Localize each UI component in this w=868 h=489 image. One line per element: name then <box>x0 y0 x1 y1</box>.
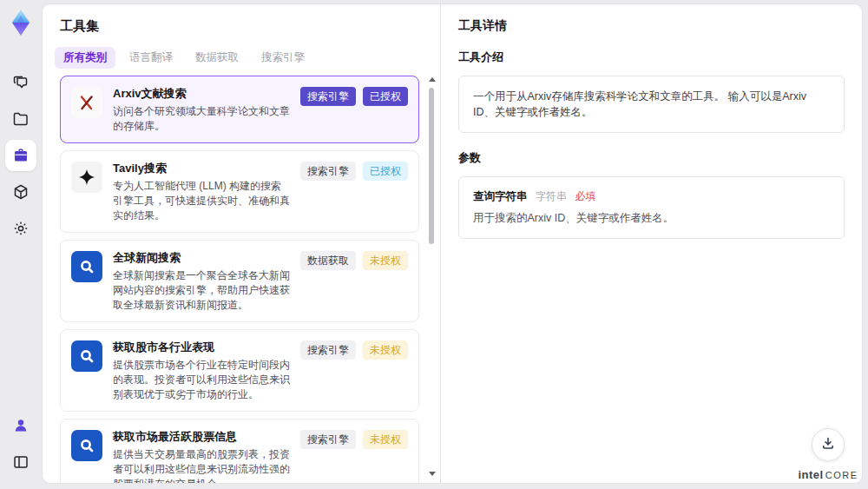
tool-description: 提供股票市场各个行业在特定时间段内的表现。投资者可以利用这些信息来识别表现优于或… <box>113 358 290 402</box>
cube-icon <box>12 183 30 201</box>
param-type: 字符串 <box>536 190 567 202</box>
gear-icon <box>12 220 30 237</box>
tool-icon <box>71 340 102 372</box>
category-tab-label: 所有类别 <box>63 51 107 63</box>
details-title: 工具详情 <box>458 18 845 34</box>
tool-name: 获取股市各行业表现 <box>113 339 290 356</box>
category-tab-label: 搜索引擎 <box>261 51 305 63</box>
sidebar-item-user[interactable] <box>5 410 36 441</box>
tool-description: 访问各个研究领域大量科学论文和文章的存储库。 <box>113 104 290 134</box>
tools-panel: 工具集 所有类别 语言翻译 数据获取 搜索引擎 <box>43 4 440 483</box>
layout-panel-icon <box>12 453 30 471</box>
params-heading: 参数 <box>458 150 845 166</box>
main-content: 工具集 所有类别 语言翻译 数据获取 搜索引擎 <box>42 3 863 484</box>
category-badge: 搜索引擎 <box>300 87 356 106</box>
sidebar-item-toolbox[interactable] <box>5 140 36 171</box>
tool-description: 专为人工智能代理 (LLM) 构建的搜索引擎工具，可快速提供实时、准确和真实的结… <box>113 179 290 223</box>
tool-icon <box>71 251 102 282</box>
tool-card[interactable]: 全球新闻搜索 全球新闻搜索是一个聚合全球各大新闻网站内容的搜索引擎，帮助用户快速… <box>60 240 419 322</box>
category-tabs: 所有类别 语言翻译 数据获取 搜索引擎 <box>43 35 440 76</box>
intro-box: 一个用于从Arxiv存储库搜索科学论文和文章的工具。 输入可以是Arxiv ID… <box>458 76 845 133</box>
tool-name: Arxiv文献搜索 <box>113 85 290 102</box>
category-tab-label: 数据获取 <box>195 51 239 63</box>
scroll-down-arrow-icon[interactable] <box>429 472 436 476</box>
search-logo-icon <box>78 347 95 365</box>
tool-list-scrollbar[interactable] <box>428 77 435 476</box>
download-button[interactable] <box>812 428 845 461</box>
tool-details-panel: 工具详情 工具介绍 一个用于从Arxiv存储库搜索科学论文和文章的工具。 输入可… <box>441 4 862 483</box>
intro-heading: 工具介绍 <box>458 50 845 65</box>
tool-name: 全球新闻搜索 <box>113 249 290 267</box>
auth-status-badge: 未授权 <box>363 340 408 360</box>
tool-icon <box>71 162 102 193</box>
auth-status-badge: 已授权 <box>363 162 408 181</box>
auth-status-badge: 已授权 <box>363 87 408 106</box>
sidebar-item-chat[interactable] <box>5 67 36 98</box>
sidebar-item-packages[interactable] <box>5 176 36 208</box>
tavily-star-icon <box>77 168 96 187</box>
corner-widgets: intelCORE <box>797 428 859 482</box>
sidebar-item-collapse[interactable] <box>5 446 36 478</box>
category-tab[interactable]: 数据获取 <box>187 47 247 69</box>
user-icon <box>12 417 30 434</box>
category-tab[interactable]: 语言翻译 <box>121 47 181 69</box>
category-tab[interactable]: 所有类别 <box>55 47 115 69</box>
app-logo-gem-icon[interactable] <box>6 7 36 40</box>
tool-card[interactable]: 获取市场最活跃股票信息 提供当天交易量最高的股票列表，投资者可以利用这些信息来识… <box>60 419 419 483</box>
search-logo-icon <box>78 437 95 454</box>
download-icon <box>821 436 835 453</box>
param-description: 用于搜索的Arxiv ID、关键字或作者姓名。 <box>473 211 830 226</box>
tool-name: 获取市场最活跃股票信息 <box>113 428 290 446</box>
search-logo-icon <box>78 258 95 275</box>
tool-name: Tavily搜索 <box>113 160 290 177</box>
tool-icon <box>71 430 102 461</box>
sidebar-item-settings[interactable] <box>5 213 36 244</box>
tool-list: Arxiv文献搜索 访问各个研究领域大量科学论文和文章的存储库。 搜索引擎 已授… <box>60 76 419 483</box>
auth-status-badge: 未授权 <box>363 251 408 270</box>
category-badge: 搜索引擎 <box>300 162 356 181</box>
param-name: 查询字符串 <box>473 190 528 202</box>
intro-text: 一个用于从Arxiv存储库搜索科学论文和文章的工具。 输入可以是Arxiv ID… <box>473 89 830 120</box>
tool-card[interactable]: Arxiv文献搜索 访问各个研究领域大量科学论文和文章的存储库。 搜索引擎 已授… <box>60 76 419 143</box>
intel-core-logo: intelCORE <box>797 466 859 482</box>
category-badge: 搜索引擎 <box>300 340 356 360</box>
scroll-up-arrow-icon[interactable] <box>429 77 436 82</box>
chat-icon <box>12 74 30 91</box>
sidebar <box>0 0 42 489</box>
tool-description: 提供当天交易量最高的股票列表，投资者可以利用这些信息来识别流动性强的股票和潜在的… <box>113 447 290 483</box>
category-tab-label: 语言翻译 <box>129 51 173 63</box>
tool-card[interactable]: Tavily搜索 专为人工智能代理 (LLM) 构建的搜索引擎工具，可快速提供实… <box>60 150 419 233</box>
param-row: 查询字符串 字符串 必填 用于搜索的Arxiv ID、关键字或作者姓名。 <box>473 189 830 226</box>
auth-status-badge: 未授权 <box>363 430 408 449</box>
tool-icon <box>71 87 102 118</box>
arxiv-icon <box>78 94 95 111</box>
scrollbar-thumb[interactable] <box>429 88 434 244</box>
category-badge: 数据获取 <box>300 251 356 270</box>
briefcase-icon <box>12 147 30 164</box>
param-required-flag: 必填 <box>575 190 595 202</box>
folder-icon <box>12 110 30 128</box>
category-tab[interactable]: 搜索引擎 <box>253 47 313 69</box>
tool-card[interactable]: 获取股市各行业表现 提供股票市场各个行业在特定时间段内的表现。投资者可以利用这些… <box>60 329 419 412</box>
tools-panel-title: 工具集 <box>43 4 440 35</box>
param-box: 查询字符串 字符串 必填 用于搜索的Arxiv ID、关键字或作者姓名。 <box>458 176 845 239</box>
sidebar-item-files[interactable] <box>5 103 36 135</box>
tool-description: 全球新闻搜索是一个聚合全球各大新闻网站内容的搜索引擎，帮助用户快速获取全球最新资… <box>113 268 290 313</box>
category-badge: 搜索引擎 <box>300 430 356 449</box>
